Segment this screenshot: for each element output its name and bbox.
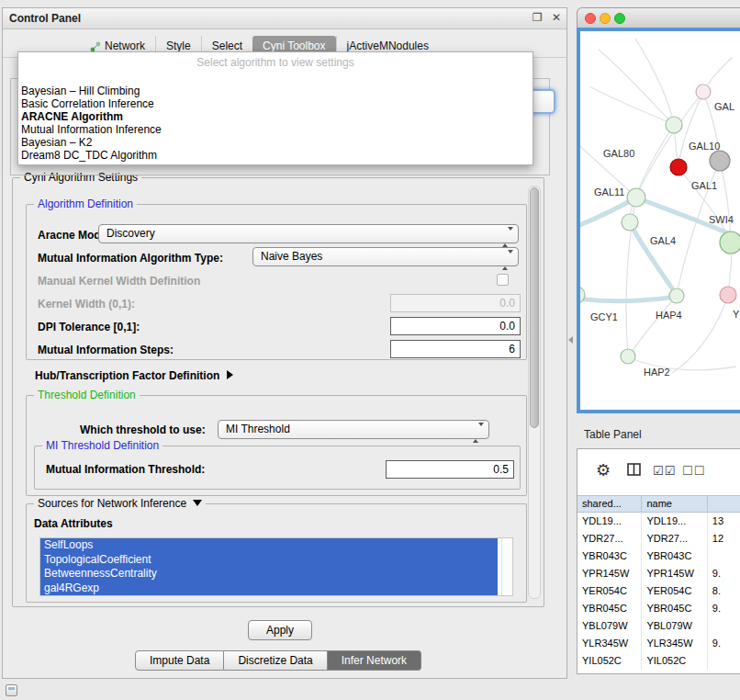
zoom-traffic-light[interactable] bbox=[614, 13, 625, 24]
cell-extra bbox=[708, 548, 740, 565]
table-row[interactable]: YLR345W YLR345W 9. bbox=[577, 635, 740, 652]
settings-scrollbar[interactable] bbox=[528, 186, 541, 599]
column-header-shared-name[interactable]: shared... bbox=[577, 496, 642, 512]
attribute-item-selected[interactable]: SelfLoops bbox=[40, 538, 498, 553]
network-node[interactable] bbox=[720, 231, 740, 254]
kernel-width-label: Kernel Width (0,1): bbox=[38, 298, 135, 310]
cell-extra bbox=[708, 652, 740, 670]
cell-name: YER054C bbox=[642, 582, 707, 600]
cell-shared-name: YPR145W bbox=[577, 565, 642, 582]
cell-extra: 9. bbox=[708, 635, 740, 652]
which-threshold-value: MI Threshold bbox=[226, 423, 290, 435]
table-row[interactable]: YBR043C YBR043C bbox=[577, 548, 740, 565]
table-row[interactable]: YPR145W YPR145W 9. bbox=[577, 565, 740, 582]
manual-kernel-width-label: Manual Kernel Width Definition bbox=[38, 275, 200, 288]
control-panel-window: Control Panel ❐ ✕ Network Style Select bbox=[2, 7, 567, 679]
table-row[interactable]: YDL19... YDL19... 13 bbox=[577, 513, 740, 530]
network-node-selected[interactable] bbox=[670, 159, 687, 175]
table-panel: Table Panel ⚙ ☑☑ ☐☐ shared... name YDL19… bbox=[577, 421, 740, 678]
aracne-mode-combobox[interactable]: Discovery bbox=[98, 224, 519, 243]
network-node[interactable] bbox=[710, 151, 730, 171]
mi-threshold-group-title: MI Threshold Definition bbox=[42, 439, 163, 452]
network-node[interactable] bbox=[622, 214, 638, 231]
dropdown-item[interactable]: Dream8 DC_TDC Algorithm bbox=[18, 149, 533, 162]
close-traffic-light[interactable] bbox=[585, 13, 596, 24]
settings-scrollbar-thumb[interactable] bbox=[530, 187, 539, 428]
dropdown-item[interactable]: Bayesian – Hill Climbing bbox=[18, 85, 533, 97]
data-attributes-list: SelfLoops TopologicalCoefficient Between… bbox=[39, 537, 513, 596]
mi-type-label: Mutual Information Algorithm Type: bbox=[38, 252, 223, 265]
mi-threshold-field[interactable]: 0.5 bbox=[386, 460, 514, 479]
network-graph: GAL GAL80 GAL10 GAL11 GAL1 SWI4 GAL4 GCY… bbox=[580, 31, 740, 410]
hub-definition-toggle[interactable]: Hub/Transcription Factor Definition bbox=[35, 369, 233, 382]
table-row[interactable]: YBR045C YBR045C 9. bbox=[577, 600, 740, 617]
node-label: GAL10 bbox=[689, 141, 720, 152]
attribute-item-selected[interactable]: BetweennessCentrality bbox=[40, 567, 498, 581]
mi-type-combobox[interactable]: Naive Bayes bbox=[252, 247, 519, 266]
network-node[interactable] bbox=[666, 117, 682, 133]
splitter-collapse-icon[interactable] bbox=[568, 336, 573, 344]
table-row[interactable]: YBL079W YBL079W bbox=[577, 617, 740, 635]
cell-shared-name: YBR045C bbox=[577, 600, 642, 617]
column-header-name[interactable]: name bbox=[642, 496, 707, 512]
network-node[interactable] bbox=[627, 188, 645, 207]
node-table: shared... name YDL19... YDL19... 13 YDR2… bbox=[577, 495, 740, 673]
collapse-down-icon bbox=[193, 500, 202, 506]
kernel-width-field[interactable]: 0.0 bbox=[390, 294, 521, 312]
attribute-list-scrollbar[interactable] bbox=[501, 538, 512, 595]
table-panel-body: ⚙ ☑☑ ☐☐ shared... name YDL19... YDL19...… bbox=[577, 448, 740, 674]
dropdown-item-aracne[interactable]: ARACNE Algorithm bbox=[18, 110, 533, 123]
dpi-tolerance-field[interactable]: 0.0 bbox=[390, 317, 521, 335]
node-label: GAL bbox=[714, 101, 734, 112]
manual-kernel-width-checkbox[interactable] bbox=[497, 274, 509, 286]
cell-extra: 12 bbox=[708, 530, 740, 548]
which-threshold-combobox[interactable]: MI Threshold bbox=[218, 420, 489, 439]
network-node[interactable] bbox=[696, 85, 711, 99]
node-label: GAL4 bbox=[650, 235, 676, 246]
node-label: GAL11 bbox=[594, 186, 624, 198]
network-node[interactable] bbox=[669, 288, 684, 303]
attribute-item-selected[interactable]: TopologicalCoefficient bbox=[40, 553, 498, 568]
table-row[interactable]: YDR27... YDR27... 12 bbox=[577, 530, 740, 548]
apply-button[interactable]: Apply bbox=[248, 620, 312, 640]
sources-group: Sources for Network Inference Data Attri… bbox=[26, 503, 527, 603]
close-icon[interactable]: ✕ bbox=[552, 11, 561, 24]
panel-title: Control Panel bbox=[9, 12, 81, 25]
attribute-item-selected[interactable]: gal4RGexp bbox=[40, 581, 498, 596]
panel-splitter[interactable] bbox=[567, 7, 577, 677]
network-icon bbox=[90, 41, 101, 52]
dropdown-item[interactable]: Bayesian – K2 bbox=[18, 136, 533, 149]
cell-extra: 9. bbox=[708, 600, 740, 617]
tab-discretize-data[interactable]: Discretize Data bbox=[224, 650, 327, 671]
tab-impute-data[interactable]: Impute Data bbox=[135, 650, 224, 671]
column-header-extra[interactable] bbox=[708, 496, 740, 512]
sources-group-title[interactable]: Sources for Network Inference bbox=[34, 497, 206, 510]
node-label: HAP4 bbox=[656, 310, 682, 321]
tab-infer-network[interactable]: Infer Network bbox=[328, 650, 421, 671]
table-row[interactable]: YIL052C YIL052C bbox=[577, 652, 740, 670]
gear-icon[interactable]: ⚙ bbox=[596, 460, 611, 480]
dropdown-item[interactable]: Mutual Information Inference bbox=[18, 123, 533, 136]
table-row[interactable]: YER054C YER054C 8. bbox=[577, 582, 740, 600]
which-threshold-label: Which threshold to use: bbox=[80, 423, 206, 436]
algorithm-definition-title: Algorithm Definition bbox=[34, 198, 137, 210]
dropdown-item[interactable]: Basic Correlation Inference bbox=[18, 97, 533, 110]
node-label: Y bbox=[733, 309, 740, 320]
deselect-all-checks-icon[interactable]: ☐☐ bbox=[682, 464, 705, 478]
cell-shared-name: YBL079W bbox=[577, 617, 642, 635]
minimize-traffic-light[interactable] bbox=[600, 13, 611, 24]
dropdown-placeholder: Select algorithm to view settings bbox=[18, 52, 533, 70]
network-canvas[interactable]: GAL GAL80 GAL10 GAL11 GAL1 SWI4 GAL4 GCY… bbox=[577, 28, 740, 413]
threshold-definition-title: Threshold Definition bbox=[34, 389, 140, 401]
network-node[interactable] bbox=[720, 287, 736, 303]
network-node[interactable] bbox=[621, 349, 635, 364]
select-all-checks-icon[interactable]: ☑☑ bbox=[653, 464, 676, 478]
columns-icon[interactable] bbox=[627, 463, 641, 480]
mi-steps-field[interactable]: 6 bbox=[390, 340, 521, 358]
cell-name: YLR345W bbox=[642, 635, 707, 652]
network-view-window: GAL GAL80 GAL10 GAL11 GAL1 SWI4 GAL4 GCY… bbox=[577, 7, 740, 413]
docked-panel-icon[interactable] bbox=[6, 684, 17, 696]
float-window-icon[interactable]: ❐ bbox=[533, 11, 543, 24]
node-label: SWI4 bbox=[709, 214, 734, 225]
cell-shared-name: YDL19... bbox=[577, 513, 642, 530]
